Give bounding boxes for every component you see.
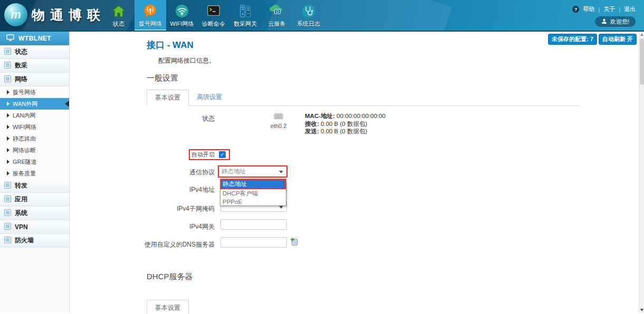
nav-item-system-log[interactable]: 系统日志	[293, 0, 324, 31]
about-link[interactable]: 关于	[603, 5, 615, 13]
auto-start-label: 自动开启	[191, 151, 215, 159]
nav-item-diagnostic-command[interactable]: 诊断命令	[198, 0, 229, 31]
sidebar-subitem-label: 网络诊断	[13, 146, 36, 154]
nav-item-wifi-network[interactable]: WIFI网络	[166, 0, 198, 31]
nav-label: WIFI网络	[170, 20, 194, 28]
tab-dhcp-basic-settings[interactable]: 基本设置	[147, 300, 189, 314]
list-icon	[4, 223, 11, 231]
status-badges: 未保存的配置: 7 自动刷新 开	[548, 34, 637, 45]
nav-item-data-gateway[interactable]: 数采网关	[229, 0, 261, 31]
wan-settings-form: 状态 eth0.2 MAC-地址: 00:00:00:00:00:00 接收: …	[147, 106, 580, 264]
general-settings-heading: 一般设置	[147, 73, 639, 83]
dhcp-tabbar: 基本设置	[147, 299, 580, 314]
unsaved-changes-badge[interactable]: 未保存的配置: 7	[548, 34, 597, 45]
logout-link[interactable]: 退出	[624, 5, 636, 13]
list-icon	[4, 182, 11, 190]
tab-basic-settings[interactable]: 基本设置	[147, 90, 189, 106]
ethernet-icon	[274, 112, 283, 121]
protocol-field-label: 通信协议	[131, 167, 215, 178]
sidebar-item-label: 系统	[15, 209, 27, 218]
page-description: 配置网络接口信息。	[158, 56, 639, 65]
sidebar-item-vpn[interactable]: VPN	[0, 220, 69, 234]
link-separator: |	[619, 6, 620, 13]
scrollbar-thumb[interactable]	[640, 38, 644, 85]
sidebar-subitem-wan[interactable]: WAN外网	[0, 98, 69, 110]
sidebar-subitem-wifi-network[interactable]: WIFI网络	[0, 121, 69, 133]
sidebar-item-label: 应用	[15, 195, 27, 204]
house-icon	[111, 2, 126, 20]
nav-label: 系统日志	[297, 20, 320, 28]
custom-dns-label: 使用自定义的DNS服务器	[131, 239, 215, 250]
vertical-scrollbar[interactable]	[639, 32, 644, 313]
sidebar-subitem-label: WAN外网	[13, 100, 37, 108]
welcome-button[interactable]: 欢迎您!	[595, 16, 636, 27]
nav-label: 云服务	[268, 20, 286, 28]
sidebar-item-label: 网络	[15, 75, 27, 84]
help-link[interactable]: 帮助	[583, 5, 594, 13]
protocol-dropdown-list: 静态地址 DHCP客户端 PPPoE	[220, 179, 286, 206]
sidebar-item-label: 防火墙	[15, 236, 34, 245]
link-separator: |	[598, 6, 600, 13]
interface-name: eth0.2	[255, 123, 302, 129]
ipv4-address-label: IPv4地址	[131, 184, 215, 195]
sidebar-item-firewall[interactable]: 防火墙	[0, 234, 69, 248]
gateway-input[interactable]	[220, 219, 287, 230]
general-tabbar: 基本设置 高级设置	[147, 89, 580, 106]
logo-sphere-icon: m	[4, 3, 27, 26]
dhcp-server-heading: DHCP服务器	[147, 272, 639, 282]
sidebar-subitem-gre-tunnel[interactable]: GRE隧道	[0, 156, 69, 168]
auto-start-checkbox[interactable]	[219, 151, 226, 158]
autorefresh-badge[interactable]: 自动刷新 开	[599, 34, 637, 45]
monitor-icon	[6, 34, 14, 43]
sidebar-item-network[interactable]: 网络	[0, 73, 69, 86]
sidebar-subitem-lan[interactable]: LAN内网	[0, 110, 69, 121]
list-icon	[4, 237, 11, 245]
tx-value: 0.00 B (0 数据包)	[321, 128, 367, 134]
nav-label: 数采网关	[234, 20, 257, 28]
top-header: m 物通博联 状态 拨号网络 WIFI网络	[0, 0, 644, 32]
app-root: m 物通博联 状态 拨号网络 WIFI网络	[0, 0, 644, 314]
protocol-option-dhcp[interactable]: DHCP客户端	[220, 189, 286, 198]
sidebar-subitem-qos[interactable]: 服务质量	[0, 168, 69, 179]
rx-label: 接收:	[305, 121, 319, 127]
netmask-label: IPv4子网掩码	[131, 203, 215, 214]
scroll-down-arrow-icon[interactable]	[640, 309, 643, 311]
sidebar-subitem-label: LAN内网	[13, 112, 35, 120]
sidebar-item-label: 状态	[15, 47, 27, 56]
sidebar-item-status[interactable]: 状态	[0, 45, 69, 59]
mac-label: MAC-地址:	[305, 113, 335, 119]
nav-label: 拨号网络	[139, 20, 162, 28]
sidebar-item-label: VPN	[15, 223, 28, 231]
list-icon	[4, 209, 11, 218]
nav-item-cloud-service[interactable]: 云服务	[261, 0, 293, 31]
sidebar-item-application[interactable]: 应用	[0, 193, 69, 207]
add-dns-icon[interactable]	[290, 238, 298, 248]
sidebar-header: WTBLNET	[0, 32, 69, 45]
protocol-option-static[interactable]: 静态地址	[220, 179, 286, 189]
sidebar-subitem-label: 静态路由	[13, 135, 36, 143]
sidebar-subitem-network-diagnosis[interactable]: 网络诊断	[0, 144, 69, 156]
protocol-highlight-box: 静态地址	[218, 165, 287, 178]
syslog-icon	[301, 2, 316, 20]
protocol-option-pppoe[interactable]: PPPoE	[220, 198, 286, 205]
sidebar-item-data-collection[interactable]: 数采	[0, 59, 69, 73]
sidebar-item-system[interactable]: 系统	[0, 207, 69, 220]
custom-dns-input[interactable]	[220, 237, 287, 248]
body-row: WTBLNET 状态 数采 网络 拨号网络 WAN外网 LAN内网 WIFI网络…	[0, 32, 644, 313]
interface-stats: MAC-地址: 00:00:00:00:00:00 接收: 0.00 B (0 …	[305, 112, 386, 135]
sidebar-title: WTBLNET	[18, 35, 51, 42]
nav-item-status[interactable]: 状态	[103, 0, 134, 31]
main-nav: 状态 拨号网络 WIFI网络 诊断命令	[103, 0, 324, 31]
sidebar-item-forwarding[interactable]: 转发	[0, 179, 69, 193]
tx-line: 发送: 0.00 B (0 数据包)	[305, 127, 386, 135]
sidebar: WTBLNET 状态 数采 网络 拨号网络 WAN外网 LAN内网 WIFI网络…	[0, 32, 70, 313]
tab-advanced-settings[interactable]: 高级设置	[189, 90, 230, 106]
sidebar-subitem-label: GRE隧道	[13, 158, 37, 166]
welcome-label: 欢迎您!	[610, 18, 629, 26]
nav-item-dial-network[interactable]: 拨号网络	[134, 0, 166, 31]
scroll-up-arrow-icon[interactable]	[640, 33, 643, 36]
sidebar-subitem-dial-network[interactable]: 拨号网络	[0, 86, 69, 98]
protocol-select[interactable]: 静态地址	[219, 166, 286, 176]
brand-name: 物通博联	[32, 6, 105, 24]
sidebar-subitem-static-route[interactable]: 静态路由	[0, 133, 69, 144]
